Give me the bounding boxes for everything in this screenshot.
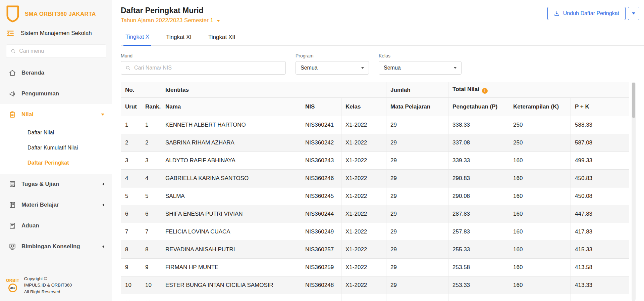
info-icon[interactable]: i: [482, 88, 488, 94]
cell-rank: 4: [141, 170, 161, 187]
tab-tingkat-xii[interactable]: Tingkat XII: [206, 34, 237, 45]
cell-nama: GABRIELLA KARINA SANTOSO: [161, 170, 301, 187]
column-header-p-plus-k: P + K: [571, 98, 629, 116]
menu-group-aduan: Aduan: [0, 215, 112, 236]
cell-nama: ALDYTO RAFIF ABHINAYA: [161, 152, 301, 170]
cell-mata-pelajaran: 29: [386, 152, 448, 170]
cell-p-plus-k: 413.58: [571, 259, 629, 276]
student-search-input[interactable]: [134, 65, 281, 71]
home-icon: [9, 69, 16, 77]
school-name: SMA ORBIT360 JAKARTA: [25, 11, 96, 17]
cell-keterampilan-k: 250: [509, 134, 571, 152]
filter-program-label: Program: [296, 53, 369, 58]
student-search-field[interactable]: [121, 61, 286, 75]
tab-tingkat-x[interactable]: Tingkat X: [123, 34, 151, 46]
cell-p-plus-k: [571, 294, 629, 301]
search-icon: [10, 48, 16, 54]
chevron-down-icon: [101, 114, 104, 116]
cell-pengetahuan-p: 339.33: [448, 152, 509, 170]
cell-pengetahuan-p: 290.83: [448, 170, 509, 187]
menu-group-bimbingan-konseling: Bimbingan Konseling: [0, 236, 112, 257]
cell-urut: 3: [121, 152, 141, 170]
orbit360-logo: ORBIT 360: [6, 278, 19, 292]
app-subtitle: Sistem Manajemen Sekolah: [21, 30, 92, 37]
sidebar-item-beranda[interactable]: Beranda: [0, 62, 112, 83]
cell-p-plus-k: 587.08: [571, 134, 629, 152]
chevron-left-icon: [102, 203, 104, 207]
program-select[interactable]: Semua: [296, 61, 369, 75]
megaphone-icon: [9, 90, 16, 97]
table-row: 33ALDYTO RAFIF ABHINAYANIS360243X1-20222…: [121, 152, 630, 170]
column-header-nis: NIS: [301, 98, 341, 116]
assignment-icon: [9, 180, 16, 188]
table-row: 22SABRINA RIHAM AZHARANIS360242X1-202229…: [121, 134, 630, 152]
table-body: 11KENNETH ALBERT HARTONONIS360241X1-2022…: [121, 116, 630, 301]
tab-tingkat-xi[interactable]: Tingkat XI: [164, 34, 194, 45]
report-icon: [9, 222, 16, 229]
cell-keterampilan-k: 160: [509, 223, 571, 241]
table-scrollbar[interactable]: [632, 82, 636, 301]
cell-nis: NIS360244: [301, 205, 341, 223]
cell-rank: 7: [141, 223, 161, 241]
sidebar-item-bimbingan-konseling[interactable]: Bimbingan Konseling: [0, 236, 112, 257]
column-header-rank: Rank.: [141, 98, 161, 116]
cell-rank: 1: [141, 116, 161, 134]
column-header-kelas: Kelas: [341, 98, 386, 116]
sidebar-item-label: Materi Belajar: [21, 202, 59, 208]
download-button[interactable]: Unduh Daftar Peringkat: [547, 7, 626, 20]
cell-nis: NIS360241: [301, 116, 341, 134]
orbit360-logo-text: ORBIT: [6, 278, 19, 283]
cell-urut: 9: [121, 259, 141, 276]
cell-rank: 5: [141, 187, 161, 205]
book-icon: [9, 201, 16, 209]
sidebar: SMA ORBIT360 JAKARTA Sistem Manajemen Se…: [0, 0, 112, 301]
cell-keterampilan-k: [509, 294, 571, 301]
menu-search-field[interactable]: [6, 44, 106, 58]
cell-nis: [301, 294, 341, 301]
cell-mata-pelajaran: 29: [386, 170, 448, 187]
cell-p-plus-k: 499.33: [571, 152, 629, 170]
cell-rank: 6: [141, 205, 161, 223]
cell-rank: 10: [141, 276, 161, 294]
sidebar-item-aduan[interactable]: Aduan: [0, 215, 112, 236]
cell-kelas: X1-2022: [341, 116, 386, 134]
sidebar-item-nilai[interactable]: Nilai: [0, 104, 112, 125]
main-content: Daftar Peringkat Murid Tahun Ajaran 2022…: [112, 0, 644, 301]
cell-pengetahuan-p: 257.83: [448, 223, 509, 241]
kelas-select[interactable]: Semua: [379, 61, 462, 75]
copyright-text: Copyright © IMPULS.ID & ORBIT360 All Rig…: [24, 275, 72, 295]
school-logo-icon: [6, 5, 19, 23]
sidebar-collapse-icon[interactable]: [6, 29, 15, 38]
column-header-urut: Urut: [121, 98, 141, 116]
cell-pengetahuan-p: 337.08: [448, 134, 509, 152]
page-header: Daftar Peringkat Murid Tahun Ajaran 2022…: [121, 6, 644, 26]
sidebar-subitem-daftar-peringkat[interactable]: Daftar Peringkat: [0, 155, 112, 170]
download-button-label: Unduh Daftar Peringkat: [563, 10, 619, 16]
table-row: 66SHIFA ENESIA PUTRI VIVIANNIS360244X1-2…: [121, 205, 630, 223]
sidebar-item-label: Tugas & Ujian: [21, 181, 59, 187]
table-row: 1010ESTER BUNGA INTAN CICILIA SAMOSIRNIS…: [121, 276, 630, 294]
cell-pengetahuan-p: [448, 294, 509, 301]
cell-nama: REVADINA ANISAH PUTRI: [161, 241, 301, 259]
menu-search-input[interactable]: [19, 48, 102, 54]
table-row: 88REVADINA ANISAH PUTRINIS360257X1-20222…: [121, 241, 630, 259]
sidebar-item-pengumuman[interactable]: Pengumuman: [0, 83, 112, 104]
orbit360-logo-badge: 360: [8, 284, 17, 292]
cell-mata-pelajaran: 29: [386, 187, 448, 205]
sidebar-item-materi-belajar[interactable]: Materi Belajar: [0, 195, 112, 215]
copyright-line-3: All Right Reserved: [24, 289, 72, 295]
cell-nama: SALMA: [161, 187, 301, 205]
sidebar-subitem-daftar-kumulatif-nilai[interactable]: Daftar Kumulatif Nilai: [0, 140, 112, 155]
page-title: Daftar Peringkat Murid: [121, 6, 220, 15]
cell-urut: 4: [121, 170, 141, 187]
sidebar-item-tugas-ujian[interactable]: Tugas & Ujian: [0, 174, 112, 195]
program-select-value: Semua: [301, 65, 318, 71]
cell-urut: 2: [121, 134, 141, 152]
cell-mata-pelajaran: 29: [386, 116, 448, 134]
menu-group-tugas-ujian: Tugas & Ujian: [0, 174, 112, 195]
period-selector[interactable]: Tahun Ajaran 2022/2023 Semester 1: [121, 17, 220, 24]
sidebar-subitem-daftar-nilai[interactable]: Daftar Nilai: [0, 125, 112, 140]
scrollbar-thumb[interactable]: [632, 83, 635, 118]
download-options-button[interactable]: [628, 7, 639, 20]
cell-mata-pelajaran: 29: [386, 134, 448, 152]
